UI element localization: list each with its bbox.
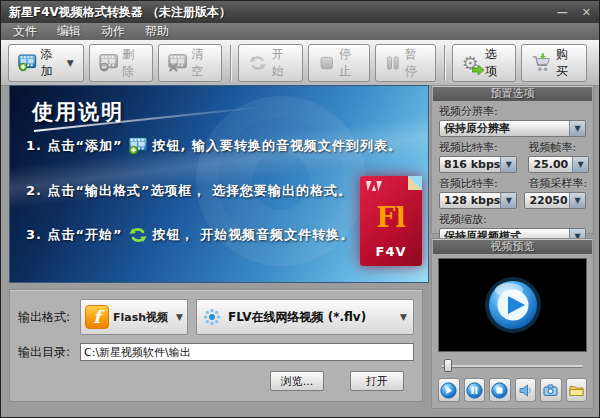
- slider-thumb[interactable]: [444, 359, 452, 372]
- framerate-select[interactable]: 25.00 ▼: [528, 156, 589, 173]
- pause-icon: [385, 53, 401, 73]
- shopping-cart-icon: [531, 52, 552, 74]
- framerate-value: 25.00: [529, 158, 572, 171]
- fl-logo-text: Fl: [376, 202, 405, 233]
- film-delete-icon: [99, 53, 118, 73]
- browse-button[interactable]: 浏览...: [270, 371, 324, 391]
- step2-text: 2. 点击“输出格式”选项框， 选择您要输出的格式。: [26, 182, 352, 200]
- stop-button-label: 停止: [339, 46, 360, 80]
- folded-corner: [408, 176, 422, 190]
- f4v-label: F4V: [360, 244, 422, 259]
- preview-screen: [438, 258, 587, 352]
- delete-button[interactable]: 删除: [89, 44, 153, 82]
- video-preview-group: 视频预览: [431, 238, 594, 409]
- gear-icon: ⚙: [462, 52, 481, 74]
- output-dir-input[interactable]: [80, 343, 414, 361]
- chevron-down-icon: ▼: [176, 312, 183, 322]
- slider-track: [442, 365, 583, 367]
- pause-button-label: 暂停: [405, 46, 426, 80]
- add-dropdown-caret[interactable]: ▼: [67, 58, 74, 68]
- framerate-label: 视频帧率:: [528, 140, 593, 155]
- close-button[interactable]: ✕: [582, 7, 591, 18]
- add-button[interactable]: 添加 ▼: [8, 44, 84, 82]
- toolbar-separator: [444, 45, 446, 81]
- app-window: 新星F4V视频格式转换器 （未注册版本） — ✕ 文件 编辑 动作 帮助 添加 …: [0, 0, 600, 418]
- clear-button-label: 清空: [191, 46, 212, 80]
- start-convert-icon: [248, 53, 267, 73]
- stop-icon: [318, 53, 336, 73]
- stop-playback-button[interactable]: [489, 378, 511, 402]
- output-format-row: 输出格式: f Flash视频 ▼ FLV在线网络视频 (*.flv) ▼: [18, 299, 414, 335]
- instruction-step-2: 2. 点击“输出格式”选项框， 选择您要输出的格式。: [26, 182, 352, 200]
- clear-button[interactable]: 清空: [158, 44, 222, 82]
- output-dir-label: 输出目录:: [18, 344, 80, 361]
- film-clear-icon: [168, 53, 187, 73]
- video-preview-header: 视频预览: [433, 240, 592, 254]
- adobe-logo-icon: [366, 181, 382, 191]
- samplerate-select[interactable]: 22050 ▼: [524, 192, 586, 209]
- start-button-label: 开始: [271, 46, 292, 80]
- instruction-step-1: 1. 点击“添加” 按钮, 输入要转换的音视频文件到列表。: [26, 137, 402, 155]
- chevron-down-icon[interactable]: ▼: [500, 193, 516, 208]
- chevron-down-icon[interactable]: ▼: [500, 157, 516, 172]
- mute-button[interactable]: [515, 378, 537, 402]
- chevron-down-icon: ▼: [400, 312, 407, 322]
- title-bar: 新星F4V视频格式转换器 （未注册版本） — ✕: [1, 1, 599, 23]
- step3-text-post: 按钮， 开始视频音频文件转换。: [153, 226, 355, 244]
- output-profile-select[interactable]: FLV在线网络视频 (*.flv) ▼: [196, 299, 414, 335]
- samplerate-label: 音频采样率:: [528, 176, 593, 191]
- resolution-select[interactable]: 保持原分辨率 ▼: [439, 120, 586, 137]
- window-title: 新星F4V视频格式转换器 （未注册版本）: [9, 4, 543, 21]
- pause-playback-button[interactable]: [464, 378, 486, 402]
- output-format-label: 输出格式:: [18, 309, 80, 326]
- video-scale-label: 视频缩放:: [439, 212, 586, 227]
- delete-button-label: 删除: [122, 46, 143, 80]
- instruction-step-3: 3. 点击“开始” 按钮， 开始视频音频文件转换。: [26, 226, 354, 244]
- options-button[interactable]: ⚙ 选项: [452, 44, 516, 82]
- open-button[interactable]: 打开: [350, 371, 404, 391]
- step1-text-post: 按钮, 输入要转换的音视频文件到列表。: [153, 137, 402, 155]
- flash-icon: f: [85, 305, 109, 329]
- resolution-value: 保持原分辨率: [440, 121, 569, 136]
- play-button[interactable]: [438, 378, 460, 402]
- step1-text-pre: 1. 点击“添加”: [26, 137, 123, 155]
- snapshot-button[interactable]: [540, 378, 562, 402]
- chevron-down-icon[interactable]: ▼: [572, 157, 588, 172]
- audio-bitrate-select[interactable]: 128 kbps ▼: [439, 192, 517, 209]
- chevron-down-icon[interactable]: ▼: [569, 193, 585, 208]
- playback-controls: [438, 378, 587, 402]
- buy-button[interactable]: 购买: [521, 44, 587, 82]
- output-profile-value: FLV在线网络视频 (*.flv): [228, 309, 393, 326]
- seek-slider[interactable]: [442, 361, 583, 371]
- audio-bitrate-value: 128 kbps: [440, 194, 500, 207]
- menu-help[interactable]: 帮助: [145, 23, 169, 40]
- output-format-select[interactable]: f Flash视频 ▼: [80, 299, 188, 335]
- samplerate-value: 22050: [525, 194, 569, 207]
- menu-action[interactable]: 动作: [101, 23, 125, 40]
- start-button[interactable]: 开始: [238, 44, 302, 82]
- convert-arrows-icon: [128, 226, 148, 244]
- media-player-logo-icon: [483, 275, 543, 335]
- menu-edit[interactable]: 编辑: [57, 23, 81, 40]
- preset-options-header: 预置选项: [433, 87, 592, 101]
- output-format-value: Flash视频: [113, 310, 170, 325]
- options-button-label: 选项: [485, 46, 506, 80]
- step3-text-pre: 3. 点击“开始”: [26, 226, 123, 244]
- video-bitrate-select[interactable]: 816 kbps ▼: [439, 156, 517, 173]
- open-folder-button[interactable]: [566, 378, 588, 402]
- film-add-icon: [18, 53, 37, 73]
- output-buttons-row: 浏览... 打开: [18, 371, 414, 391]
- pause-button[interactable]: 暂停: [375, 44, 436, 82]
- chevron-down-icon[interactable]: ▼: [569, 121, 585, 136]
- video-bitrate-value: 816 kbps: [440, 158, 500, 171]
- preset-options-group: 预置选项 视频分辨率: 保持原分辨率 ▼ 视频比特率: 视频帧率: 816 kb…: [431, 85, 594, 234]
- toolbar: 添加 ▼ 删除 清空: [1, 40, 599, 86]
- resolution-label: 视频分辨率:: [439, 104, 586, 119]
- output-dir-row: 输出目录:: [18, 343, 414, 361]
- output-settings-group: 输出格式: f Flash视频 ▼ FLV在线网络视频 (*.flv) ▼ 输出…: [9, 289, 423, 402]
- toolbar-separator: [230, 45, 232, 81]
- stop-button[interactable]: 停止: [308, 44, 371, 82]
- minimize-button[interactable]: —: [557, 7, 568, 18]
- menu-file[interactable]: 文件: [13, 23, 37, 40]
- buy-button-label: 购买: [556, 46, 577, 80]
